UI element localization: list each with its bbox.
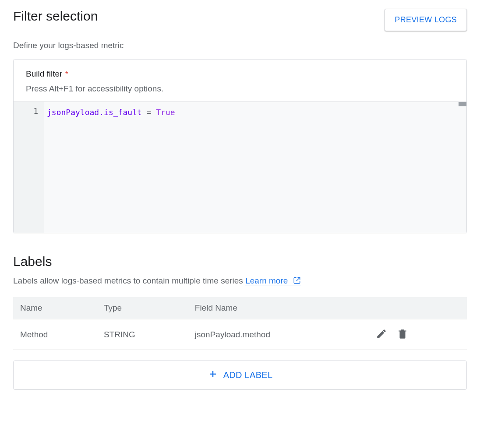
edit-label-button[interactable] [374, 326, 389, 343]
preview-logs-button[interactable]: PREVIEW LOGS [385, 9, 467, 31]
external-link-icon [293, 276, 301, 287]
learn-more-link[interactable]: Learn more [245, 276, 300, 286]
add-label-button[interactable]: ADD LABEL [13, 360, 467, 390]
editor-content[interactable]: jsonPayload.is_fault = True [44, 102, 466, 233]
col-type: Type [97, 297, 188, 319]
code-token-value: True [156, 108, 175, 117]
col-actions [367, 297, 467, 319]
trash-icon [397, 328, 408, 341]
learn-more-text: Learn more [245, 276, 288, 285]
cell-type: STRING [97, 319, 188, 350]
filter-selection-title: Filter selection [13, 9, 98, 24]
col-field: Field Name [188, 297, 367, 319]
labels-title: Labels [13, 254, 467, 269]
labels-subtitle: Labels allow logs-based metrics to conta… [13, 276, 467, 287]
delete-label-button[interactable] [395, 326, 410, 343]
code-token-field: jsonPayload.is_fault [47, 108, 142, 117]
editor-scrollbar-thumb[interactable] [459, 102, 466, 106]
filter-selection-subtitle: Define your logs-based metric [13, 41, 467, 50]
table-row: Method STRING jsonPayload.method [13, 319, 467, 350]
line-number: 1 [14, 106, 38, 116]
col-name: Name [13, 297, 97, 319]
labels-table: Name Type Field Name Method STRING jsonP… [13, 297, 467, 350]
build-filter-hint: Press Alt+F1 for accessibility options. [26, 84, 454, 94]
required-indicator: * [65, 70, 68, 78]
code-token-operator: = [147, 108, 152, 117]
add-label-text: ADD LABEL [223, 370, 273, 380]
build-filter-label: Build filter [26, 69, 62, 78]
build-filter-card: Build filter * Press Alt+F1 for accessib… [13, 59, 467, 233]
cell-name: Method [13, 319, 97, 350]
pencil-icon [376, 328, 387, 341]
plus-icon [208, 369, 218, 382]
filter-code-editor[interactable]: 1 jsonPayload.is_fault = True [14, 102, 466, 233]
editor-gutter: 1 [14, 102, 44, 233]
labels-subtitle-text: Labels allow logs-based metrics to conta… [13, 276, 245, 285]
cell-field: jsonPayload.method [188, 319, 367, 350]
